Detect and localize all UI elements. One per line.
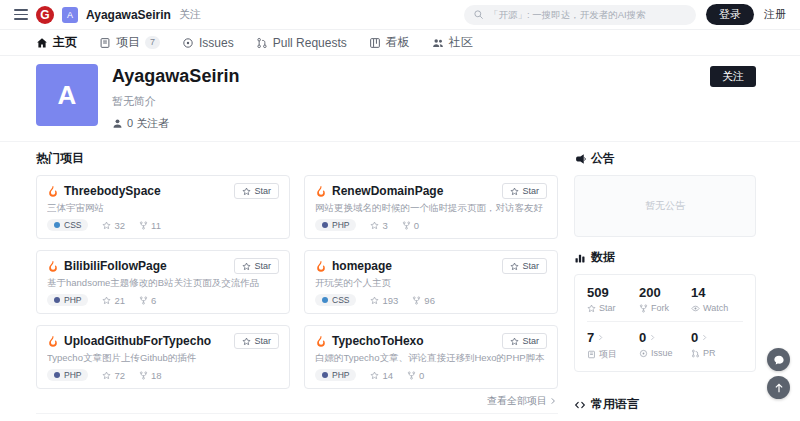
tab-community[interactable]: 社区: [432, 34, 473, 51]
topbar-follow-link[interactable]: 关注: [179, 7, 201, 22]
fork-count: 96: [412, 295, 435, 306]
star-button[interactable]: Star: [234, 258, 279, 274]
chevron-right-icon: [596, 333, 605, 342]
project-card[interactable]: UploadGithubForTypecho Star Typecho文章图片上…: [36, 325, 290, 389]
register-link[interactable]: 注册: [764, 7, 786, 22]
star-button[interactable]: Star: [502, 333, 547, 349]
hamburger-menu-icon[interactable]: [14, 9, 28, 20]
flame-icon: [47, 335, 59, 347]
star-icon: [587, 304, 596, 313]
fork-count: 0: [402, 220, 419, 231]
project-description: 三体宇宙网站: [47, 202, 279, 216]
stat-watch[interactable]: 14 Watch: [691, 283, 743, 315]
chart-icon: [574, 252, 586, 264]
star-icon: [242, 187, 251, 196]
eye-icon: [691, 304, 700, 313]
fork-count-value: 0: [414, 220, 419, 231]
language-dot: [54, 222, 60, 228]
project-card[interactable]: ThreebodySpace Star 三体宇宙网站 CSS 32: [36, 175, 290, 239]
project-name[interactable]: RenewDomainPage: [332, 184, 443, 198]
search-input[interactable]: [489, 9, 687, 20]
tab-issues-label: Issues: [199, 36, 234, 50]
star-button-label: Star: [254, 186, 271, 196]
language-dot: [54, 372, 60, 378]
issue-icon: [639, 349, 648, 358]
profile-header: A AyagawaSeirin 暂无简介 0 关注者 关注: [0, 56, 800, 142]
stat-projects[interactable]: 7 项目: [587, 328, 639, 363]
tab-home[interactable]: 主页: [36, 34, 77, 51]
tab-board-label: 看板: [386, 34, 410, 51]
star-icon: [510, 337, 519, 346]
star-count-value: 3: [382, 220, 387, 231]
stat-issues[interactable]: 0 Issue: [639, 328, 691, 363]
language-pill: PHP: [315, 369, 356, 381]
back-to-top-fab-button[interactable]: [767, 376, 790, 399]
stat-prs[interactable]: 0 PR: [691, 328, 743, 363]
star-button-label: Star: [522, 186, 539, 196]
project-card[interactable]: homepage Star 开玩笑的个人主页 CSS 193: [304, 250, 558, 314]
tab-projects[interactable]: 项目 7: [99, 34, 160, 51]
project-description: 基于handsome主题修改的B站关注页面及交流作品: [47, 277, 279, 291]
repo-icon: [587, 350, 596, 359]
fork-icon: [139, 371, 148, 380]
profile-bio: 暂无简介: [112, 94, 239, 109]
languages-title: 常用语言: [591, 396, 639, 413]
gitee-logo[interactable]: G: [36, 6, 54, 24]
star-button-label: Star: [254, 261, 271, 271]
fork-icon: [407, 371, 416, 380]
chevron-right-icon: [548, 396, 558, 406]
language-dot: [322, 222, 328, 228]
stat-fork[interactable]: 200 Fork: [639, 283, 691, 315]
star-button[interactable]: Star: [234, 183, 279, 199]
follow-button[interactable]: 关注: [710, 66, 756, 87]
language-name: PHP: [332, 370, 349, 380]
stat-star-label: Star: [599, 303, 616, 313]
star-button[interactable]: Star: [502, 258, 547, 274]
language-pill: PHP: [47, 369, 88, 381]
popular-projects-title: 热门项目: [36, 150, 558, 167]
project-name[interactable]: TypechoToHexo: [332, 334, 424, 348]
view-all-projects-link[interactable]: 查看全部项目: [36, 394, 558, 408]
stat-prs-value: 0: [691, 330, 698, 345]
fork-count: 18: [139, 370, 162, 381]
stats-divider: [587, 321, 743, 322]
star-count-value: 72: [114, 370, 125, 381]
star-icon: [510, 187, 519, 196]
project-card[interactable]: TypechoToHexo Star 白嫖的Typecho文章、评论直接迁移到H…: [304, 325, 558, 389]
tab-board[interactable]: 看板: [369, 34, 410, 51]
profile-avatar: A: [36, 64, 98, 126]
login-button[interactable]: 登录: [706, 4, 754, 25]
star-button[interactable]: Star: [502, 183, 547, 199]
project-name[interactable]: BilibiliFollowPage: [64, 259, 167, 273]
star-button[interactable]: Star: [234, 333, 279, 349]
project-card[interactable]: BilibiliFollowPage Star 基于handsome主题修改的B…: [36, 250, 290, 314]
language-pill: CSS: [47, 219, 88, 231]
search-box[interactable]: [464, 5, 696, 25]
stat-star[interactable]: 509 Star: [587, 283, 639, 315]
star-button-label: Star: [522, 336, 539, 346]
fork-count-value: 6: [151, 295, 156, 306]
feedback-fab-button[interactable]: [767, 348, 790, 371]
project-name[interactable]: UploadGithubForTypecho: [64, 334, 211, 348]
tab-pull-requests-label: Pull Requests: [273, 36, 347, 50]
user-avatar-mini[interactable]: A: [62, 7, 78, 23]
tab-pull-requests[interactable]: Pull Requests: [256, 36, 347, 50]
kanban-icon: [369, 37, 381, 49]
flame-icon: [47, 185, 59, 197]
tab-issues[interactable]: Issues: [182, 36, 234, 50]
project-name[interactable]: homepage: [332, 259, 392, 273]
star-count: 32: [102, 220, 125, 231]
fork-icon: [139, 221, 148, 230]
stat-fork-label: Fork: [651, 303, 669, 313]
topbar-username[interactable]: AyagawaSeirin: [86, 8, 171, 22]
language-name: PHP: [64, 370, 81, 380]
flame-icon: [47, 260, 59, 272]
followers-count: 0 关注者: [127, 116, 169, 131]
language-pill: PHP: [315, 219, 356, 231]
project-card[interactable]: RenewDomainPage Star 网站更换域名的时候的一个临时提示页面，…: [304, 175, 558, 239]
language-name: CSS: [332, 295, 349, 305]
stat-star-value: 509: [587, 285, 639, 300]
fork-icon: [639, 304, 648, 313]
project-name[interactable]: ThreebodySpace: [64, 184, 161, 198]
profile-followers[interactable]: 0 关注者: [112, 116, 239, 131]
